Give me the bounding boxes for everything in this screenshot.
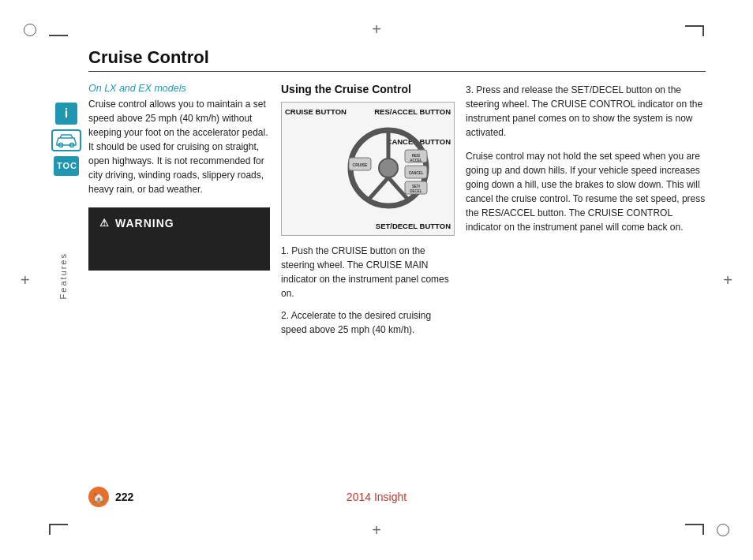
svg-text:CANCEL: CANCEL [409,171,424,175]
corner-line-tl-h [49,35,68,36]
corner-circle-br [717,524,729,536]
set-decel-label: SET/DECEL BUTTON [376,222,451,230]
step-2-text: 2. Accelerate to the desired cruising sp… [281,308,455,337]
page-content: i TOC Features Cruise Control On LX and … [47,47,706,513]
svg-point-3 [379,159,398,177]
crosshair-right: + [723,271,732,289]
bottom-bar: 🏠 222 2014 Insight [47,481,706,513]
svg-text:SET/: SET/ [412,185,421,189]
page-title-area: Cruise Control [88,47,706,80]
corner-line-tr-v [702,25,704,36]
crosshair-top: + [372,21,381,39]
book-title: 2014 Insight [347,491,406,503]
middle-column: Using the Cruise Control CRUISE BUTTON R… [281,83,455,513]
corner-line-bl-v [49,524,51,535]
svg-line-5 [369,177,388,200]
svg-text:CRUISE: CRUISE [353,162,369,167]
corner-line-tr-h [685,25,704,27]
warning-box: ⚠ WARNING [88,207,270,271]
section-title: Using the Cruise Control [281,83,455,95]
corner-line-br-h [685,524,704,525]
steering-wheel-diagram: CRUISE RES/ ACCEL CANCEL SET/ DECEL [345,125,432,211]
model-note: On LX and EX models [88,83,270,94]
page-title: Cruise Control [88,47,706,72]
left-column: On LX and EX models Cruise control allow… [88,83,270,513]
steering-wheel-svg: CRUISE RES/ ACCEL CANCEL SET/ DECEL [345,125,432,211]
info-icon: i [55,103,77,125]
page-number: 222 [115,491,133,503]
intro-text: Cruise control allows you to maintain a … [88,97,270,196]
right-column: 3. Press and release the SET/DECEL butto… [466,83,706,513]
res-accel-label: RES/ACCEL BUTTON [374,107,451,116]
toc-button[interactable]: TOC [54,156,79,176]
crosshair-bottom: + [372,521,381,539]
car-icon [51,129,81,151]
sidebar: i TOC Features [47,47,85,465]
svg-text:DECEL: DECEL [410,189,422,193]
features-label: Features [58,252,68,299]
right-para-1: 3. Press and release the SET/DECEL butto… [466,83,706,234]
step-1-text: 1. Push the CRUISE button on the steerin… [281,244,455,301]
corner-line-br-v [702,524,704,535]
warning-triangle-icon: ⚠ [99,217,109,229]
car-svg [54,133,79,148]
cruise-button-label: CRUISE BUTTON [285,107,347,116]
cruise-control-diagram: CRUISE BUTTON RES/ACCEL BUTTON CANCEL BU… [281,102,455,236]
svg-text:RES/: RES/ [412,154,421,158]
home-button[interactable]: 🏠 [88,487,109,507]
warning-label: WARNING [115,217,174,230]
corner-circle-tl [24,24,36,36]
crosshair-left: + [21,271,30,289]
content-area: On LX and EX models Cruise control allow… [88,83,706,513]
corner-line-bl-h [49,524,68,525]
svg-text:ACCEL: ACCEL [410,159,422,162]
